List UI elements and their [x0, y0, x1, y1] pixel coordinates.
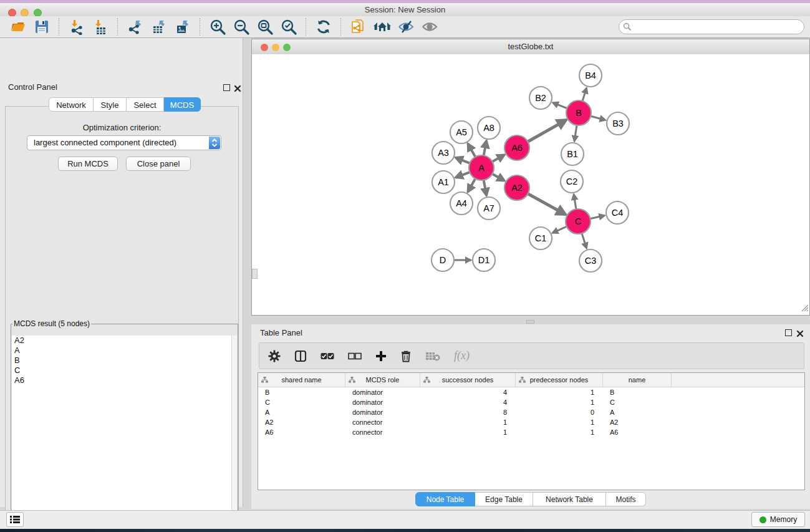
- graph-node-D[interactable]: D: [432, 249, 454, 271]
- graph-node-B2[interactable]: B2: [529, 87, 552, 109]
- zoom-in-icon[interactable]: [208, 17, 228, 36]
- select-all-icon[interactable]: [321, 352, 334, 360]
- control-panel-title: Control Panel: [8, 82, 57, 92]
- list-icon: [10, 515, 20, 524]
- export-network-icon[interactable]: [125, 17, 145, 36]
- graph-node-C2[interactable]: C2: [561, 170, 583, 193]
- zoom-selected-icon[interactable]: [279, 17, 299, 36]
- import-table-icon[interactable]: [90, 17, 110, 36]
- svg-text:A5: A5: [456, 127, 467, 137]
- mcds-result-item[interactable]: C: [12, 365, 237, 375]
- tab-node-table[interactable]: Node Table: [415, 492, 475, 506]
- function-builder-icon[interactable]: f(x): [454, 349, 470, 362]
- table-row[interactable]: A6connector11A6: [258, 427, 804, 437]
- tab-mcds[interactable]: MCDS: [164, 97, 201, 112]
- scrollbar-track[interactable]: [231, 336, 237, 532]
- hide-selected-icon[interactable]: [396, 17, 416, 36]
- graph-node-A[interactable]: A: [469, 155, 494, 180]
- column-header-shared-name[interactable]: shared name: [258, 373, 345, 387]
- run-mcds-button[interactable]: Run MCDS: [58, 157, 118, 171]
- graph-node-A4[interactable]: A4: [450, 192, 473, 215]
- graph-node-A1[interactable]: A1: [432, 171, 455, 193]
- svg-text:D1: D1: [478, 255, 490, 265]
- columns-icon[interactable]: [294, 350, 307, 362]
- table-header-row: shared nameMCDS rolesuccessor nodesprede…: [258, 373, 804, 387]
- table-row[interactable]: Cdominator41C: [258, 397, 804, 407]
- new-session-icon[interactable]: [349, 17, 369, 36]
- memory-button[interactable]: Memory: [751, 512, 805, 527]
- search-box: [619, 19, 804, 34]
- network-graph[interactable]: B4B2BB3A8A5A6A3B1AC2A1A2A4A7C4CC1C3DD1: [252, 54, 809, 314]
- refresh-icon[interactable]: [314, 17, 334, 36]
- navigator-handle[interactable]: [252, 269, 258, 279]
- column-header-successor-nodes[interactable]: successor nodes: [420, 373, 516, 387]
- graph-node-A8[interactable]: A8: [478, 117, 500, 139]
- graph-node-B1[interactable]: B1: [561, 143, 584, 165]
- zoom-out-icon[interactable]: [231, 17, 251, 36]
- float-panel-icon[interactable]: [223, 84, 230, 91]
- show-all-icon[interactable]: [420, 17, 440, 36]
- delete-table-icon[interactable]: [425, 351, 440, 361]
- table-row[interactable]: Adominator80A: [258, 407, 804, 417]
- table-cell: A6: [603, 427, 672, 437]
- tab-select[interactable]: Select: [127, 97, 164, 112]
- tab-style[interactable]: Style: [94, 97, 127, 112]
- import-network-icon[interactable]: [67, 17, 87, 36]
- graph-node-C3[interactable]: C3: [579, 249, 602, 272]
- search-input[interactable]: [634, 21, 799, 33]
- open-session-icon[interactable]: [8, 17, 28, 36]
- close-panel-icon[interactable]: [234, 84, 241, 95]
- task-history-button[interactable]: [6, 512, 24, 527]
- deselect-all-icon[interactable]: [348, 352, 362, 360]
- optimization-criterion-select[interactable]: largest connected component (directed): [27, 135, 221, 150]
- mcds-result-item[interactable]: A: [12, 346, 237, 355]
- network-view[interactable]: B4B2BB3A8A5A6A3B1AC2A1A2A4A7C4CC1C3DD1: [251, 54, 810, 316]
- graph-node-B4[interactable]: B4: [579, 64, 602, 87]
- graph-node-A5[interactable]: A5: [450, 121, 473, 143]
- gear-icon[interactable]: [268, 350, 281, 362]
- mcds-result-item[interactable]: A6: [12, 375, 237, 385]
- resize-grip-icon[interactable]: [801, 303, 809, 314]
- tab-network-table[interactable]: Network Table: [533, 492, 606, 506]
- save-session-icon[interactable]: [32, 17, 52, 36]
- graph-node-C[interactable]: C: [566, 209, 591, 234]
- table-row[interactable]: Bdominator41B: [258, 387, 804, 397]
- home-icon[interactable]: [372, 17, 392, 36]
- graph-node-D1[interactable]: D1: [473, 249, 495, 271]
- node-table[interactable]: shared nameMCDS rolesuccessor nodesprede…: [258, 372, 805, 490]
- graph-node-C4[interactable]: C4: [606, 201, 629, 224]
- graph-node-C1[interactable]: C1: [529, 227, 552, 249]
- zoom-fit-icon[interactable]: [255, 17, 275, 36]
- mcds-result-item[interactable]: A2: [12, 336, 237, 346]
- graph-node-A7[interactable]: A7: [478, 197, 500, 220]
- mcds-result-item[interactable]: B: [12, 355, 237, 365]
- svg-text:B4: B4: [585, 70, 596, 80]
- svg-text:B1: B1: [567, 149, 578, 159]
- delete-column-icon[interactable]: [400, 350, 412, 362]
- table-cell: A: [258, 407, 345, 417]
- table-row[interactable]: A2connector11A2: [258, 417, 804, 427]
- tab-network[interactable]: Network: [49, 97, 94, 112]
- float-panel-icon[interactable]: [785, 329, 792, 336]
- tab-edge-table[interactable]: Edge Table: [475, 492, 533, 506]
- export-table-icon[interactable]: [149, 17, 169, 36]
- export-image-icon[interactable]: [173, 17, 193, 36]
- graph-node-A2[interactable]: A2: [504, 175, 529, 200]
- graph-node-B[interactable]: B: [566, 100, 591, 125]
- table-panel-title: Table Panel: [260, 328, 302, 337]
- optimization-label: Optimization criterion:: [5, 123, 239, 132]
- column-header-predecessor-nodes[interactable]: predecessor nodes: [516, 373, 603, 387]
- close-panel-icon[interactable]: [796, 329, 804, 340]
- mcds-result-box: MCDS result (5 nodes) A2ABCA6: [11, 319, 238, 532]
- panel-splitter-handle[interactable]: [526, 320, 534, 324]
- graph-node-B3[interactable]: B3: [607, 112, 629, 135]
- close-panel-button[interactable]: Close panel: [126, 157, 191, 171]
- column-header-MCDS-role[interactable]: MCDS role: [345, 373, 420, 387]
- graph-node-A3[interactable]: A3: [432, 142, 455, 164]
- column-header-name[interactable]: name: [603, 373, 672, 387]
- svg-text:A8: A8: [483, 123, 494, 133]
- tab-motifs[interactable]: Motifs: [606, 492, 646, 506]
- graph-node-A6[interactable]: A6: [504, 135, 529, 160]
- add-column-icon[interactable]: [375, 351, 387, 362]
- mcds-result-list[interactable]: A2ABCA6: [12, 336, 237, 532]
